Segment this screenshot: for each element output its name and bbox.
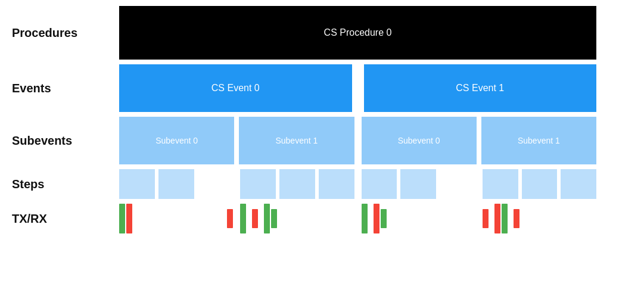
txrx-content: [119, 204, 596, 233]
step-3-1: [522, 169, 558, 199]
subevent-0-1-label: Subevent 1: [275, 136, 318, 145]
step-2-1: [400, 169, 436, 199]
txrx-pair-2-1: [374, 204, 387, 233]
txrx-group-3: [483, 204, 596, 233]
subevent-1-1[interactable]: Subevent 1: [481, 117, 596, 164]
event-block-1[interactable]: CS Event 1: [364, 64, 597, 112]
subevent-1-1-label: Subevent 1: [518, 136, 560, 145]
txrx-pair-0-0: [119, 204, 132, 233]
txrx-pair-0-1: [227, 209, 233, 228]
steps-group-2: [362, 169, 475, 199]
bar-green: [362, 204, 368, 233]
steps-row: Steps: [0, 169, 644, 199]
bar-red: [252, 209, 258, 228]
subevent-0-0-label: Subevent 0: [155, 136, 198, 145]
bar-red-short: [227, 209, 233, 228]
txrx-pair-2-0: [362, 204, 368, 233]
steps-label: Steps: [0, 177, 119, 191]
subevent-1-0-label: Subevent 0: [398, 136, 440, 145]
bar-green-short: [271, 209, 277, 228]
event-0-label: CS Event 0: [211, 83, 260, 94]
bar-green-tall: [264, 204, 270, 233]
step-0-0: [119, 169, 155, 199]
txrx-label: TX/RX: [0, 212, 119, 226]
subevent-1-0[interactable]: Subevent 0: [362, 117, 477, 164]
step-1-1: [279, 169, 315, 199]
step-0-1: [158, 169, 194, 199]
step-1-0: [240, 169, 276, 199]
bar-red: [126, 204, 132, 233]
bar-green-s: [381, 209, 387, 228]
bar-red-s: [514, 209, 519, 228]
txrx-pair-1-2: [264, 204, 277, 233]
procedures-row: Procedures CS Procedure 0: [0, 6, 644, 60]
txrx-pair-3-2: [514, 209, 519, 228]
bar-red: [374, 204, 379, 233]
procedure-block[interactable]: CS Procedure 0: [119, 6, 596, 60]
steps-group-1: [240, 169, 354, 199]
steps-content: [119, 169, 596, 199]
events-label: Events: [0, 82, 119, 95]
txrx-pair-1-0: [240, 204, 246, 233]
txrx-row: TX/RX: [0, 204, 644, 233]
bar-green: [240, 204, 246, 233]
step-3-2: [561, 169, 596, 199]
events-row: Events CS Event 0 CS Event 1: [0, 64, 644, 112]
subevents-label: Subevents: [0, 134, 119, 148]
subevent-0-1[interactable]: Subevent 1: [239, 117, 354, 164]
step-3-0: [483, 169, 518, 199]
txrx-group-0: [119, 204, 233, 233]
bar-green: [119, 204, 125, 233]
bar-red-t: [494, 204, 500, 233]
step-1-2: [319, 169, 354, 199]
steps-group-0: [119, 169, 233, 199]
subevent-0-0[interactable]: Subevent 0: [119, 117, 234, 164]
txrx-pair-1-1: [252, 209, 258, 228]
txrx-group-1: [240, 204, 354, 233]
procedure-block-label: CS Procedure 0: [324, 27, 392, 38]
procedures-content: CS Procedure 0: [119, 6, 644, 60]
txrx-pair-3-0: [483, 209, 489, 228]
subevent-group-0: Subevent 0 Subevent 1: [119, 117, 354, 164]
main-container: Procedures CS Procedure 0 Events CS Even…: [0, 0, 644, 239]
txrx-pair-3-1: [494, 204, 508, 233]
bar-red: [483, 209, 489, 228]
steps-group-3: [483, 169, 596, 199]
event-1-label: CS Event 1: [456, 83, 504, 94]
event-block-0[interactable]: CS Event 0: [119, 64, 352, 112]
subevents-row: Subevents Subevent 0 Subevent 1 Subevent…: [0, 117, 644, 164]
step-2-0: [362, 169, 397, 199]
txrx-group-2: [362, 204, 475, 233]
procedures-label: Procedures: [0, 26, 119, 40]
events-content: CS Event 0 CS Event 1: [119, 64, 596, 112]
bar-green-t: [502, 204, 508, 233]
subevent-group-1: Subevent 0 Subevent 1: [362, 117, 597, 164]
subevents-content: Subevent 0 Subevent 1 Subevent 0 Subeven…: [119, 117, 596, 164]
